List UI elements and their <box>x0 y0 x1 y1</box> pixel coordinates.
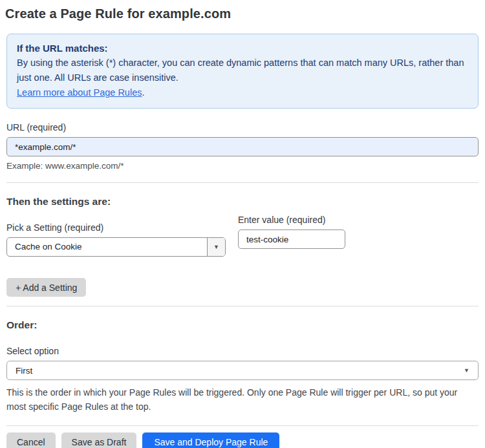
divider <box>6 182 479 183</box>
url-match-info-box: If the URL matches: By using the asteris… <box>6 34 479 109</box>
footer-actions: Cancel Save as Draft Save and Deploy Pag… <box>6 432 479 448</box>
save-as-draft-button[interactable]: Save as Draft <box>61 432 137 448</box>
setting-select[interactable]: Cache on Cookie ▼ <box>6 237 226 257</box>
order-helper-text: This is the order in which your Page Rul… <box>6 385 479 414</box>
url-label: URL (required) <box>6 122 479 133</box>
setting-select-value: Cache on Cookie <box>7 238 207 256</box>
info-box-heading: If the URL matches: <box>17 41 468 56</box>
save-and-deploy-button[interactable]: Save and Deploy Page Rule <box>142 432 279 448</box>
setting-value-input[interactable] <box>238 229 345 249</box>
settings-row: Pick a Setting (required) Cache on Cooki… <box>6 209 479 257</box>
setting-picker-column: Pick a Setting (required) Cache on Cooki… <box>6 209 226 257</box>
chevron-down-icon: ▼ <box>213 244 219 250</box>
add-setting-button[interactable]: + Add a Setting <box>6 278 86 297</box>
page-title: Create a Page Rule for example.com <box>5 6 479 21</box>
divider <box>6 306 479 306</box>
info-box-link-line: Learn more about Page Rules. <box>17 85 468 100</box>
settings-section-heading: Then the settings are: <box>6 196 479 208</box>
setting-select-arrow-button[interactable]: ▼ <box>207 238 225 256</box>
divider <box>6 425 479 426</box>
chevron-down-icon: ▼ <box>464 368 469 374</box>
url-helper-text: Example: www.example.com/* <box>6 161 479 171</box>
info-box-body: By using the asterisk (*) character, you… <box>17 56 468 85</box>
order-section-heading: Order: <box>6 319 479 331</box>
setting-value-label: Enter value (required) <box>238 215 345 225</box>
link-period: . <box>142 87 144 98</box>
learn-more-link[interactable]: Learn more about Page Rules <box>17 87 142 98</box>
setting-picker-label: Pick a Setting (required) <box>6 222 226 233</box>
cancel-button[interactable]: Cancel <box>6 432 56 448</box>
url-input[interactable] <box>6 137 479 156</box>
create-page-rule-form: Create a Page Rule for example.com If th… <box>0 6 485 448</box>
order-select-label: Select option <box>6 346 479 356</box>
order-select[interactable]: First ▼ <box>6 361 479 380</box>
setting-value-column: Enter value (required) <box>238 215 345 249</box>
order-select-value: First <box>16 366 32 376</box>
